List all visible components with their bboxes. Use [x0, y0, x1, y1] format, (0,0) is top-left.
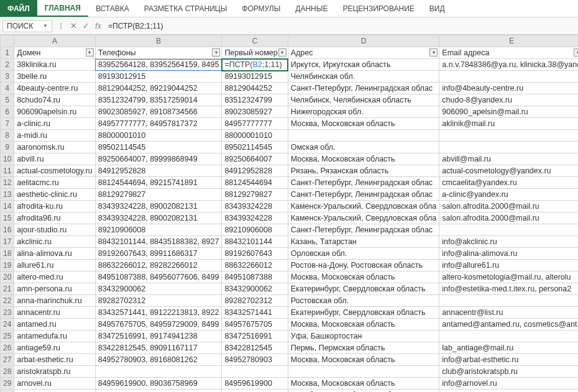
cell-C[interactable] [222, 366, 288, 378]
cell-A[interactable]: 3belle.ru [14, 71, 95, 83]
cell-D[interactable]: Орловская обл. [288, 248, 439, 260]
cell-C[interactable]: =ПСТР(B2;1;11) [222, 59, 288, 71]
row-header[interactable]: 29 [1, 378, 14, 390]
cell-B[interactable]: 84957675705, 84959729009, 8499 [95, 319, 222, 330]
cell-E[interactable]: antamed@antamed.ru, cosmetics@ant [439, 319, 578, 330]
cell-A[interactable]: aaronomsk.ru [14, 142, 95, 153]
cell-B[interactable]: 88000001010 [95, 130, 222, 142]
row-header[interactable]: 2 [1, 59, 14, 71]
select-all-corner[interactable] [1, 35, 14, 47]
cell-D[interactable]: Челябинск, Челябинская область [288, 94, 439, 106]
row-header[interactable]: 12 [1, 177, 14, 189]
cell-C[interactable]: 83517751918 [222, 390, 288, 393]
cell-C[interactable]: 89502114545 [222, 142, 288, 153]
cell-C[interactable]: 84957675705 [222, 319, 288, 330]
cell-D[interactable]: Москва, Московская область [288, 319, 439, 330]
cell-A[interactable]: abvill.ru [14, 153, 95, 165]
cell-A[interactable]: aristokratspb.ru [14, 366, 95, 378]
formula-input[interactable] [104, 21, 578, 32]
cell-A[interactable]: aelitacmc.ru [14, 177, 95, 189]
tab-insert[interactable]: ВСТАВКА [88, 0, 137, 17]
cell-A[interactable]: ajour-studio.ru [14, 224, 95, 236]
cell-C[interactable]: 83472516991 [222, 330, 288, 342]
cell-B[interactable]: 83512324799, 83517259014 [95, 94, 222, 106]
cell-C[interactable]: 84957777777 [222, 118, 288, 130]
cell-A[interactable]: altero-med.ru [14, 271, 95, 283]
cell-A[interactable]: arnovel.ru [14, 378, 95, 390]
cell-C[interactable]: 88632266012 [222, 260, 288, 271]
filter-icon[interactable]: ▾ [278, 48, 287, 57]
cell-B[interactable]: 84952780903, 89168081262 [95, 354, 222, 366]
fx-icon[interactable]: fx [92, 21, 104, 30]
cell-D[interactable]: Санкт-Петербург, Ленинградская облас [288, 83, 439, 94]
cell-C[interactable]: 89250664007 [222, 153, 288, 165]
row-header[interactable]: 18 [1, 248, 14, 260]
cell-D[interactable]: Уфа, Башкортостан [288, 330, 439, 342]
cell-C[interactable]: 88000001010 [222, 130, 288, 142]
cancel-formula-icon[interactable]: ✕ [67, 21, 80, 30]
tab-home[interactable]: ГЛАВНАЯ [37, 0, 88, 17]
cell-E[interactable] [439, 130, 578, 142]
cell-D[interactable]: Екатеринбург, Свердловская область [288, 283, 439, 295]
cell-A[interactable]: allure61.ru [14, 260, 95, 271]
cell-D[interactable]: Москва, Московская область [288, 271, 439, 283]
cell-C[interactable]: 89282702312 [222, 295, 288, 307]
cell-E[interactable]: info@allure61.ru [439, 260, 578, 271]
cell-D[interactable]: Москва, Московская область [288, 153, 439, 165]
cell-D[interactable]: Москва, Московская область [288, 118, 439, 130]
cell-D[interactable]: Москва, Московская область [288, 354, 439, 366]
row-header[interactable]: 9 [1, 142, 14, 153]
cell-B[interactable]: 89282702312 [95, 295, 222, 307]
cell-A[interactable]: art-medica.ru [14, 390, 95, 393]
row-header[interactable]: 16 [1, 224, 14, 236]
cell-A[interactable]: alina-alimova.ru [14, 248, 95, 260]
cell-A[interactable]: antamedufa.ru [14, 330, 95, 342]
cell-C[interactable]: 88129044252 [222, 83, 288, 94]
cell-C[interactable]: 83439324228 [222, 201, 288, 212]
row-header[interactable]: 8 [1, 130, 14, 142]
sheet-grid[interactable]: A B C D E 1 Домен▾ Телефоны▾ Первый номе… [0, 35, 578, 392]
row-header[interactable]: 15 [1, 212, 14, 224]
row-header[interactable]: 30 [1, 390, 14, 393]
cell-C[interactable]: 83512324799 [222, 94, 288, 106]
row-header[interactable]: 7 [1, 118, 14, 130]
cell-A[interactable]: aesthetic-clinic.ru [14, 189, 95, 201]
col-header-D[interactable]: D [288, 35, 439, 47]
filter-icon[interactable]: ▾ [574, 48, 578, 57]
cell-E[interactable] [439, 330, 578, 342]
cell-A[interactable]: a-clinic.ru [14, 118, 95, 130]
cell-D[interactable]: Ростов-на-Дону, Ростовская область [288, 260, 439, 271]
row-header[interactable]: 27 [1, 354, 14, 366]
cell-C[interactable]: 84951087388 [222, 271, 288, 283]
cell-B[interactable]: 89502114545 [95, 142, 222, 153]
cell-B[interactable]: 84912952828 [95, 165, 222, 177]
cell-C[interactable]: 88129279827 [222, 189, 288, 201]
header-domain[interactable]: Домен▾ [14, 47, 95, 59]
cell-B[interactable]: 88129279827 [95, 189, 222, 201]
header-emails[interactable]: Email адреса▾ [439, 47, 578, 59]
cell-D[interactable]: Санкт-Петербург, Ленинградская облас [288, 189, 439, 201]
cell-E[interactable]: altero-kosmetologia@mail.ru, alterolu [439, 271, 578, 283]
cell-C[interactable]: 88432101144 [222, 236, 288, 248]
cell-E[interactable]: lab_antiage@mail.ru [439, 342, 578, 354]
cell-B[interactable] [95, 366, 222, 378]
cell-E[interactable]: info@arnovel.ru [439, 378, 578, 390]
cell-D[interactable] [288, 130, 439, 142]
name-box[interactable]: ПОИСК ▼ [2, 20, 52, 32]
cell-A[interactable]: antamed.ru [14, 319, 95, 330]
cell-A[interactable]: a-midi.ru [14, 130, 95, 142]
col-header-A[interactable]: A [14, 35, 95, 47]
row-header[interactable]: 10 [1, 153, 14, 165]
cell-B[interactable]: 89193012915 [95, 71, 222, 83]
cell-C[interactable]: 89192607643 [222, 248, 288, 260]
row-header[interactable]: 17 [1, 236, 14, 248]
header-first-number[interactable]: Первый номер▾ [222, 47, 288, 59]
cell-B[interactable]: 88632266012, 89282266012 [95, 260, 222, 271]
row-header[interactable]: 14 [1, 201, 14, 212]
cell-B[interactable]: 83952564128, 83952564159, 8495 [95, 59, 222, 71]
cell-E[interactable]: aklinik@mail.ru [439, 118, 578, 130]
row-header[interactable]: 22 [1, 295, 14, 307]
cell-E[interactable]: info@akclinic.ru [439, 236, 578, 248]
cell-B[interactable]: 89250664007, 89999868949 [95, 153, 222, 165]
cell-B[interactable]: 83432900062 [95, 283, 222, 295]
